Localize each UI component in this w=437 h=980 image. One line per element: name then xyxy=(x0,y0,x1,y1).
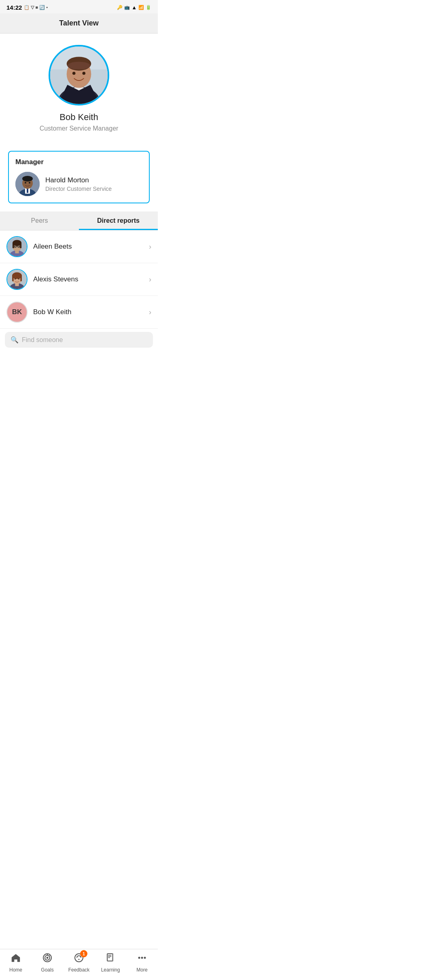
profile-job-title: Customer Service Manager xyxy=(40,125,119,132)
svg-point-41 xyxy=(18,279,19,280)
svg-rect-30 xyxy=(20,243,21,248)
chevron-icon: › xyxy=(149,308,151,317)
list-item[interactable]: BK Bob W Keith › xyxy=(0,296,158,329)
manager-name: Harold Morton xyxy=(45,176,112,184)
alexis-name: Alexis Stevens xyxy=(33,275,149,283)
key-icon: 🔑 xyxy=(117,5,123,10)
tabs-container: Peers Direct reports xyxy=(0,211,158,230)
bob-avatar: BK xyxy=(6,302,28,323)
status-icons: 📋 ▽ ■ 🔄 • xyxy=(24,5,48,10)
status-time: 14:22 xyxy=(6,4,22,11)
chevron-icon: › xyxy=(149,243,151,251)
initials-text: BK xyxy=(12,308,22,316)
svg-point-18 xyxy=(22,176,33,182)
manager-section-label: Manager xyxy=(15,158,142,166)
signal-icon: 📶 xyxy=(138,5,144,10)
svg-point-40 xyxy=(15,279,16,280)
top-bar: Talent View xyxy=(0,13,158,34)
profile-avatar xyxy=(49,45,109,106)
tab-direct-reports[interactable]: Direct reports xyxy=(79,211,158,230)
manager-details: Harold Morton Director Customer Service xyxy=(45,176,112,192)
alexis-avatar xyxy=(6,269,28,290)
svg-point-9 xyxy=(68,62,91,70)
battery-icon: 🔋 xyxy=(146,5,151,10)
manager-info: Harold Morton Director Customer Service xyxy=(15,172,142,196)
status-right: 🔑 📺 ▲ 📶 🔋 xyxy=(117,4,151,11)
search-icon: 🔍 xyxy=(11,336,19,344)
svg-point-19 xyxy=(25,182,26,184)
profile-section: Bob Keith Customer Service Manager xyxy=(0,34,158,147)
svg-point-31 xyxy=(14,246,15,247)
aileen-avatar xyxy=(6,236,28,257)
svg-rect-29 xyxy=(13,243,14,248)
main-content: 14:22 📋 ▽ ■ 🔄 • 🔑 📺 ▲ 📶 🔋 Talent View xyxy=(0,0,158,391)
manager-card[interactable]: Manager xyxy=(8,151,150,203)
search-placeholder: Find someone xyxy=(22,336,63,344)
svg-point-11 xyxy=(83,72,86,75)
manager-avatar xyxy=(15,172,40,196)
status-left: 14:22 📋 ▽ ■ 🔄 • xyxy=(6,4,48,11)
tab-peers[interactable]: Peers xyxy=(0,211,79,230)
list-item[interactable]: Aileen Beets › xyxy=(0,230,158,263)
list-item[interactable]: Alexis Stevens › xyxy=(0,263,158,296)
wifi-icon: ▲ xyxy=(132,4,137,11)
svg-point-10 xyxy=(72,72,76,75)
profile-name: Bob Keith xyxy=(59,112,98,122)
page-title: Talent View xyxy=(59,19,98,27)
svg-point-20 xyxy=(29,182,30,184)
svg-rect-39 xyxy=(20,275,22,281)
search-bar[interactable]: 🔍 Find someone xyxy=(5,332,153,348)
chevron-icon: › xyxy=(149,275,151,284)
cast-icon: 📺 xyxy=(124,5,130,10)
manager-role: Director Customer Service xyxy=(45,186,112,192)
bob-name: Bob W Keith xyxy=(33,308,149,316)
svg-point-32 xyxy=(19,246,20,247)
status-bar: 14:22 📋 ▽ ■ 🔄 • 🔑 📺 ▲ 📶 🔋 xyxy=(0,0,158,13)
direct-reports-list: Aileen Beets › xyxy=(0,230,158,329)
svg-rect-38 xyxy=(12,275,14,281)
aileen-name: Aileen Beets xyxy=(33,243,149,251)
